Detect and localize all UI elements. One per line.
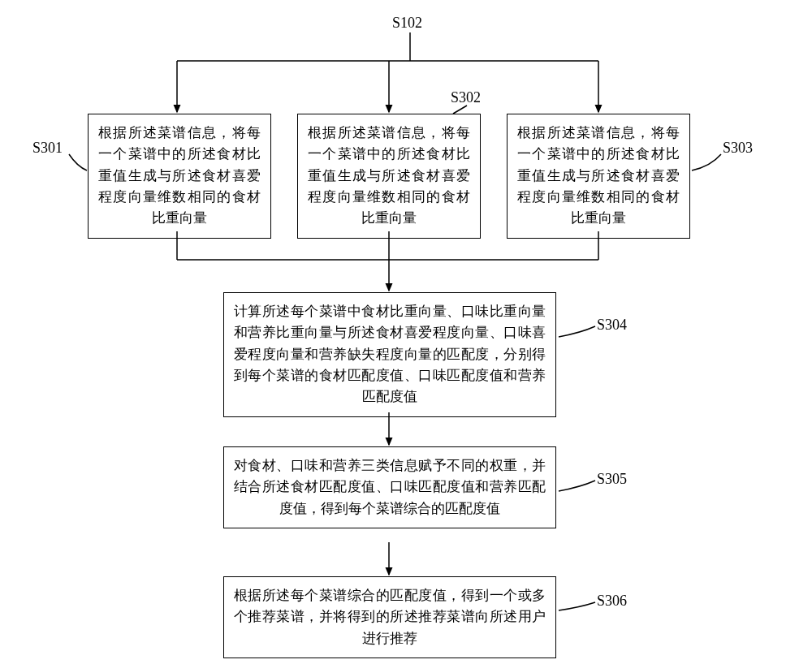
box-s306: 根据所述每个菜谱综合的匹配度值，得到一个或多个推荐菜谱，并将得到的所述推荐菜谱向… <box>223 576 556 658</box>
box-s305: 对食材、口味和营养三类信息赋予不同的权重，并结合所述食材匹配度值、口味匹配度值和… <box>223 446 556 528</box>
label-s301: S301 <box>32 140 63 157</box>
box-s304: 计算所述每个菜谱中食材比重向量、口味比重向量和营养比重向量与所述食材喜爱程度向量… <box>223 292 556 417</box>
box-s302: 根据所述菜谱信息，将每一个菜谱中的所述食材比重值生成与所述食材喜爱程度向量维数相… <box>297 114 481 239</box>
box-s301: 根据所述菜谱信息，将每一个菜谱中的所述食材比重值生成与所述食材喜爱程度向量维数相… <box>88 114 271 239</box>
label-s302: S302 <box>451 89 481 106</box>
label-s304: S304 <box>597 317 627 334</box>
label-s303: S303 <box>723 140 753 157</box>
box-s303: 根据所述菜谱信息，将每一个菜谱中的所述食材比重值生成与所述食材喜爱程度向量维数相… <box>507 114 690 239</box>
flow-diagram: S102 根据所述菜谱信息，将每一个菜谱中的所述食材比重值生成与所述食材喜爱程度… <box>8 8 804 656</box>
label-s102: S102 <box>392 15 422 32</box>
label-s306: S306 <box>597 593 627 610</box>
label-s305: S305 <box>597 471 627 488</box>
